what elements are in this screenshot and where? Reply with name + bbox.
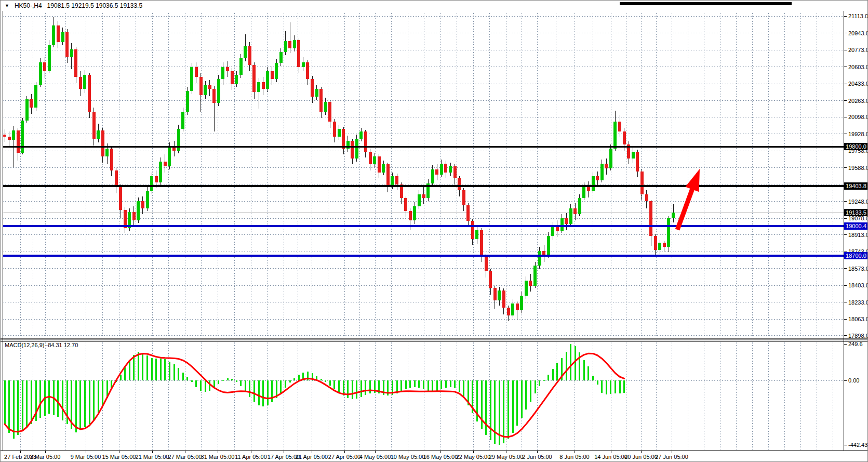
candle-bear	[297, 40, 300, 67]
macd-histogram-bar	[164, 359, 166, 380]
macd-histogram-bar	[552, 369, 554, 380]
trend-arrow[interactable]	[677, 169, 700, 230]
macd-histogram-bar	[485, 380, 487, 435]
macd-histogram-bar	[352, 380, 353, 399]
candle-bull	[275, 63, 278, 79]
macd-histogram-bar	[615, 380, 616, 393]
candle-bear	[645, 194, 648, 201]
candle-bear	[529, 281, 532, 286]
macd-histogram-bar	[428, 380, 429, 391]
chart-window: 21113.020943.020773.020603.020433.020263…	[0, 0, 868, 462]
chart-canvas[interactable]: 21113.020943.020773.020603.020433.020263…	[1, 1, 868, 462]
candle-bull	[475, 230, 478, 239]
candle-bear	[30, 99, 33, 108]
candle-bear	[466, 205, 470, 221]
chart-title: ▼ HK50-,H4 19081.5 19219.5 19036.5 19133…	[5, 2, 142, 9]
candle-bear	[57, 25, 60, 42]
macd-histogram-bar	[566, 352, 567, 380]
macd-histogram-bar	[423, 380, 424, 389]
candle-bull	[217, 79, 220, 103]
macd-histogram-bar	[597, 380, 598, 385]
candle-bear	[141, 201, 144, 208]
trend-arrow-shaft[interactable]	[677, 187, 693, 230]
candle-bull	[391, 176, 394, 186]
time-tick-label: 27 Apr 05:00	[328, 454, 360, 460]
candle-bull	[449, 166, 452, 172]
candle-bear	[79, 77, 82, 89]
macd-histogram-bar	[490, 380, 491, 440]
macd-histogram-bar	[17, 380, 19, 435]
macd-histogram-bar	[62, 380, 63, 420]
macd-histogram-bar	[57, 380, 59, 417]
candle-bull	[83, 75, 86, 89]
time-tick-label: 15 Mar 05:00	[102, 454, 136, 460]
macd-tick-label: 0.00	[848, 377, 859, 384]
candle-bear	[3, 135, 6, 137]
candle-bull	[525, 281, 528, 296]
macd-histogram-bar	[4, 380, 6, 424]
time-axis[interactable]: 27 Feb 20233 Mar 05:009 Mar 05:0015 Mar …	[4, 451, 688, 460]
macd-histogram-bar	[93, 380, 95, 420]
macd-histogram-bar	[138, 352, 139, 380]
macd-histogram-bar	[606, 380, 607, 394]
macd-histogram-bar	[146, 355, 148, 380]
macd-histogram-bar	[39, 380, 41, 418]
macd-histogram-bar	[360, 380, 362, 397]
candle-bear	[502, 291, 505, 307]
candle-bull	[284, 41, 287, 52]
macd-histogram-bar	[240, 380, 242, 386]
macd-histogram-bar	[333, 380, 335, 389]
chevron-down-icon[interactable]: ▼	[5, 3, 9, 9]
candle-bear	[462, 190, 465, 205]
price-pane	[3, 17, 844, 321]
macd-histogram-bar	[218, 380, 219, 384]
candle-bull	[672, 213, 675, 218]
candle-bear	[485, 256, 488, 271]
macd-histogram-bar	[160, 359, 162, 380]
candle-bull	[578, 198, 581, 214]
macd-histogram-bar	[75, 380, 77, 432]
time-tick-label: 14 Jun 05:00	[594, 454, 627, 460]
price-chip-label: 19403.8	[846, 183, 866, 189]
macd-histogram-bar	[231, 379, 233, 380]
candle-bear	[435, 169, 438, 175]
candle-bear	[155, 176, 158, 182]
candle-bull	[338, 129, 341, 137]
candle-bear	[226, 67, 229, 71]
macd-histogram-bar	[508, 380, 509, 439]
macd-histogram-bar	[347, 380, 349, 398]
macd-histogram-bar	[601, 380, 603, 393]
candle-bull	[168, 147, 171, 166]
candle-bear	[623, 131, 626, 144]
macd-histogram-bar	[494, 380, 496, 444]
price-axis[interactable]: 21113.020943.020773.020603.020433.020263…	[844, 11, 868, 451]
candle-bull	[498, 291, 501, 300]
time-tick-label: 16 May 05:00	[423, 454, 458, 460]
candle-bear	[231, 71, 234, 84]
candle-bull	[373, 156, 376, 164]
macd-histogram-bar	[459, 380, 460, 392]
macd-histogram-bar	[186, 377, 188, 380]
candle-bull	[105, 149, 109, 156]
candle-bear	[378, 156, 381, 173]
macd-tick-label: 249.6	[848, 341, 863, 347]
macd-histogram-bar	[587, 366, 589, 380]
candle-bull	[658, 243, 661, 249]
time-tick-label: 20 Jun 05:00	[624, 454, 658, 460]
candle-bear	[74, 49, 77, 77]
macd-histogram-bar	[610, 380, 611, 394]
candle-bull	[204, 85, 207, 95]
macd-histogram-bar	[525, 380, 527, 410]
candle-bull	[257, 82, 260, 92]
macd-histogram-bar	[151, 358, 153, 380]
candle-bull	[39, 62, 42, 85]
candle-bull	[609, 149, 612, 168]
macd-histogram-bar	[338, 380, 340, 393]
time-tick-label: 29 May 05:00	[489, 454, 524, 460]
macd-histogram-bar	[191, 380, 193, 382]
candle-bull	[221, 67, 224, 79]
candle-bear	[458, 178, 461, 190]
candle-bull	[48, 45, 51, 71]
macd-histogram-bar	[13, 380, 15, 439]
macd-histogram-bar	[26, 380, 28, 428]
